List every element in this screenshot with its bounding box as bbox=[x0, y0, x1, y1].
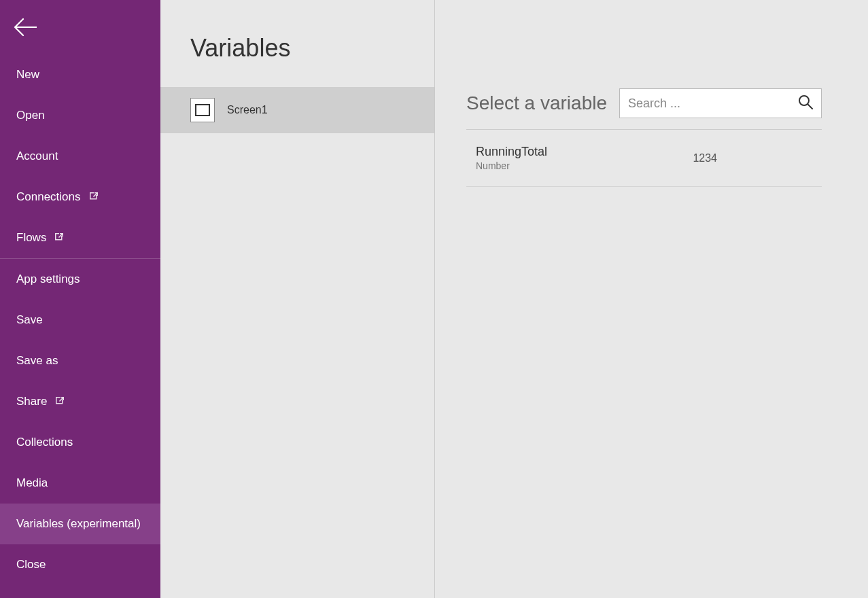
sidebar-item-app-settings[interactable]: App settings bbox=[0, 259, 160, 300]
search-box[interactable] bbox=[619, 88, 822, 118]
variable-value: 1234 bbox=[693, 152, 717, 164]
variables-panel: Select a variable RunningTotal Number 12… bbox=[435, 0, 868, 598]
sidebar-item-collections[interactable]: Collections bbox=[0, 422, 160, 463]
sidebar-item-new[interactable]: New bbox=[0, 54, 160, 95]
sidebar-item-label: Media bbox=[16, 476, 48, 490]
sidebar-item-save[interactable]: Save bbox=[0, 300, 160, 340]
sidebar-item-label: Flows bbox=[16, 231, 46, 245]
sidebar-item-connections[interactable]: Connections bbox=[0, 177, 160, 217]
sidebar-item-save-as[interactable]: Save as bbox=[0, 340, 160, 381]
external-link-icon bbox=[53, 231, 63, 245]
sidebar-item-label: Close bbox=[16, 558, 46, 571]
sidebar-item-label: Account bbox=[16, 150, 58, 163]
sidebar-item-account[interactable]: Account bbox=[0, 136, 160, 177]
variable-row[interactable]: RunningTotal Number 1234 bbox=[466, 130, 822, 187]
external-link-icon bbox=[88, 190, 98, 204]
variable-name: RunningTotal bbox=[476, 145, 547, 159]
svg-line-1 bbox=[808, 105, 813, 109]
sidebar-item-label: New bbox=[16, 68, 39, 82]
variable-type: Number bbox=[476, 160, 547, 171]
select-variable-title: Select a variable bbox=[466, 92, 607, 114]
sidebar-item-label: Share bbox=[16, 395, 47, 408]
sidebar-item-close[interactable]: Close bbox=[0, 544, 160, 585]
sidebar-item-open[interactable]: Open bbox=[0, 95, 160, 136]
screen-row[interactable]: Screen1 bbox=[160, 87, 434, 133]
sidebar-item-label: Collections bbox=[16, 436, 73, 449]
sidebar-item-label: Open bbox=[16, 109, 45, 122]
sidebar-item-label: Save bbox=[16, 313, 43, 327]
back-arrow-icon[interactable] bbox=[14, 18, 37, 37]
sidebar-item-variables[interactable]: Variables (experimental) bbox=[0, 504, 160, 544]
sidebar-item-label: Save as bbox=[16, 354, 58, 368]
external-link-icon bbox=[54, 395, 64, 408]
screen-thumbnail-icon bbox=[190, 98, 215, 122]
sidebar: New Open Account Connections Flows App s… bbox=[0, 0, 160, 598]
search-icon bbox=[798, 94, 813, 112]
sidebar-item-media[interactable]: Media bbox=[0, 463, 160, 504]
sidebar-item-flows[interactable]: Flows bbox=[0, 217, 160, 258]
page-title: Variables bbox=[190, 34, 434, 63]
sidebar-item-label: Variables (experimental) bbox=[16, 517, 141, 531]
sidebar-item-share[interactable]: Share bbox=[0, 381, 160, 422]
sidebar-item-label: App settings bbox=[16, 272, 80, 286]
screens-panel: Variables Screen1 bbox=[160, 0, 435, 598]
search-input[interactable] bbox=[628, 96, 798, 111]
sidebar-item-label: Connections bbox=[16, 190, 81, 204]
screen-label: Screen1 bbox=[227, 104, 268, 116]
